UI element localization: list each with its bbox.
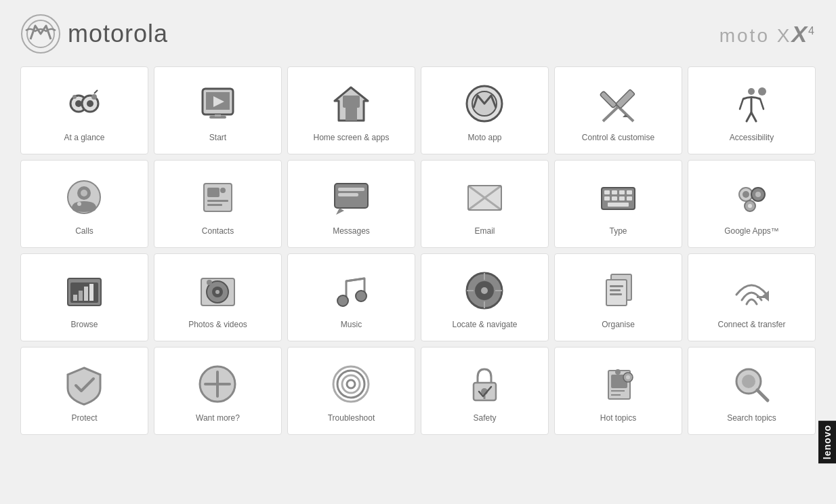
svg-marker-38 [336, 208, 344, 215]
svg-point-56 [755, 192, 761, 197]
page: motorola moto XX4 At a glance [0, 0, 836, 504]
svg-point-25 [748, 88, 755, 95]
motox4-logo: moto XX4 [719, 21, 816, 47]
svg-rect-32 [207, 200, 228, 202]
svg-rect-51 [627, 196, 632, 201]
svg-point-7 [91, 94, 97, 100]
motorola-emblem-icon [20, 14, 61, 54]
svg-rect-64 [89, 284, 93, 301]
calls-label: Calls [75, 226, 93, 237]
search-topics-icon [728, 360, 776, 408]
google-apps-label: Google Apps™ [724, 226, 779, 237]
troubleshoot-icon [328, 360, 375, 408]
cell-moto-app[interactable]: Moto app [421, 66, 549, 154]
svg-rect-47 [627, 190, 632, 194]
protect-label: Protect [71, 413, 97, 424]
svg-rect-45 [612, 190, 617, 194]
svg-rect-81 [606, 280, 627, 306]
svg-point-5 [87, 100, 93, 107]
svg-point-69 [207, 280, 212, 285]
cell-contacts[interactable]: Contacts [154, 160, 282, 248]
cell-protect[interactable]: Protect [20, 347, 148, 435]
accessibility-icon [728, 80, 776, 127]
calls-icon [61, 173, 108, 221]
organise-label: Organise [602, 320, 635, 331]
cell-messages[interactable]: Messages [287, 160, 415, 248]
svg-rect-31 [207, 188, 220, 197]
control-icon [595, 80, 642, 127]
cell-locate[interactable]: Locate & navigate [421, 253, 549, 341]
svg-point-6 [72, 95, 77, 99]
cell-connect[interactable]: Connect & transfer [688, 253, 816, 341]
motorola-logo: motorola [20, 14, 168, 54]
home-label: Home screen & apps [313, 133, 389, 144]
cell-browse[interactable]: Browse [20, 253, 148, 341]
svg-rect-86 [757, 296, 769, 298]
connect-label: Connect & transfer [717, 320, 785, 331]
glance-icon [61, 80, 108, 127]
cell-start[interactable]: Start [154, 66, 282, 154]
svg-line-70 [346, 278, 364, 281]
lenovo-badge: lenovo [818, 421, 836, 463]
cell-email[interactable]: Email [421, 160, 549, 248]
svg-rect-23 [600, 91, 616, 108]
cell-hot-topics[interactable]: Hot topics [554, 347, 682, 435]
svg-line-8 [94, 90, 98, 93]
svg-rect-44 [604, 190, 610, 194]
cell-organise[interactable]: Organise [554, 253, 682, 341]
safety-icon [461, 360, 509, 408]
cell-at-a-glance[interactable]: At a glance [20, 66, 148, 154]
svg-point-54 [743, 191, 749, 198]
cell-home-screen[interactable]: Home screen & apps [287, 66, 415, 154]
cell-safety[interactable]: Safety [421, 347, 549, 435]
cell-music[interactable]: Music [287, 253, 415, 341]
svg-point-90 [333, 366, 369, 402]
svg-rect-50 [619, 196, 625, 201]
start-label: Start [209, 133, 226, 144]
svg-rect-52 [608, 203, 629, 207]
svg-rect-63 [84, 287, 88, 301]
google-apps-icon [728, 173, 776, 221]
locate-icon [461, 267, 509, 314]
svg-point-72 [356, 291, 367, 301]
cell-accessibility[interactable]: Accessibility [688, 66, 816, 154]
locate-label: Locate & navigate [452, 320, 517, 331]
protect-icon [61, 360, 108, 408]
moto-app-label: Moto app [467, 133, 501, 144]
cell-google-apps[interactable]: Google Apps™ [688, 160, 816, 248]
connect-icon [728, 267, 776, 314]
cell-photos[interactable]: Photos & videos [154, 253, 282, 341]
browse-icon [61, 267, 108, 314]
control-label: Control & customise [582, 133, 654, 144]
contacts-label: Contacts [202, 226, 234, 237]
want-more-label: Want more? [196, 413, 240, 424]
want-more-icon [194, 360, 242, 408]
hot-topics-label: Hot topics [600, 413, 636, 424]
cell-troubleshoot[interactable]: Troubleshoot [287, 347, 415, 435]
cell-search-topics[interactable]: Search topics [688, 347, 816, 435]
glance-label: At a glance [64, 133, 104, 144]
svg-rect-16 [343, 96, 360, 108]
svg-rect-61 [73, 295, 77, 301]
cell-want-more[interactable]: Want more? [154, 347, 282, 435]
svg-rect-33 [207, 204, 222, 206]
svg-point-4 [75, 100, 82, 107]
svg-point-28 [81, 190, 87, 196]
svg-rect-13 [215, 114, 221, 117]
header: motorola moto XX4 [20, 14, 816, 54]
cell-calls[interactable]: Calls [20, 160, 148, 248]
cell-control[interactable]: Control & customise [554, 66, 682, 154]
svg-point-103 [626, 375, 630, 379]
svg-rect-15 [346, 106, 357, 121]
svg-rect-62 [79, 291, 83, 301]
svg-point-58 [748, 204, 752, 208]
motorola-wordmark: motorola [68, 20, 168, 48]
photos-label: Photos & videos [188, 320, 247, 331]
search-topics-label: Search topics [727, 413, 776, 424]
svg-point-105 [742, 375, 755, 388]
type-icon [595, 173, 642, 221]
cell-type[interactable]: Type [554, 160, 682, 248]
email-icon [461, 173, 509, 221]
messages-label: Messages [333, 226, 370, 237]
svg-rect-83 [610, 289, 621, 291]
